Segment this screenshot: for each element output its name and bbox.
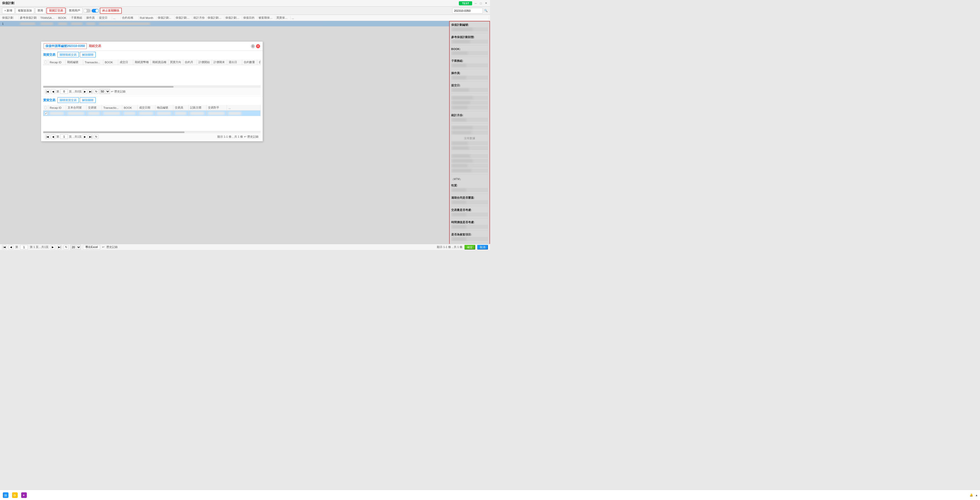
unlink-futures-button[interactable]: 解除關聯 (80, 52, 96, 58)
spot-history-icon[interactable]: ↩ (244, 135, 246, 138)
sth-contract: 文本合同號 (66, 105, 86, 110)
spot-book-val (122, 110, 138, 116)
col-header-direction: 買賣保方方向 (275, 16, 291, 20)
spot-header-checkbox[interactable] (45, 106, 46, 109)
ban-button[interactable]: 禁用 (35, 8, 45, 14)
page-total-label: 第 1 頁，共1頁 (30, 245, 48, 249)
futures-table-body (43, 65, 261, 86)
next-page-btn[interactable]: ▶ (51, 245, 55, 249)
search-input[interactable] (452, 8, 483, 14)
futures-next-page[interactable]: ▶ (83, 89, 87, 94)
futures-scrollbar-thumb (43, 86, 173, 88)
spot-row-checkbox[interactable]: ✓ (45, 112, 48, 115)
spot-refresh[interactable]: ↻ (94, 134, 99, 139)
spot-row-check[interactable]: ✓ (43, 110, 48, 116)
page-label: 第 (15, 245, 18, 249)
futures-page-size[interactable]: 50 20 100 (100, 89, 110, 94)
spot-table-row[interactable]: ✓ (43, 110, 261, 116)
link-futures-button[interactable]: 關聯期紙交易 (57, 52, 79, 58)
fth-direction: 買賣方向 (169, 59, 183, 65)
sth-transac: Transactio... (102, 105, 122, 110)
search-icon[interactable]: 🔍 (484, 9, 488, 13)
main-area: 1 保值計劃編號: 參考保值計劃狀態: (0, 21, 490, 244)
spot-section-title: 賣貨交易 (43, 98, 56, 102)
spot-show-info: 顯示 1-1 條，共 1 條 (218, 135, 243, 139)
popup-title: 保值申請單編號202310-0350 (44, 43, 87, 49)
col-header-ref: 參考保值計劃 (19, 16, 39, 20)
futures-first-page[interactable]: |◀ (45, 89, 50, 94)
futures-footer: |◀ ◀ 第 頁，共0頁 ▶ ▶| ↻ 50 20 100 ↩ 歷史記錄 (43, 88, 261, 95)
top-icons: ─ □ ✕ (474, 1, 488, 5)
spot-prev-page[interactable]: ◀ (51, 134, 56, 139)
futures-last-page[interactable]: ▶| (88, 89, 93, 94)
futures-prev-page[interactable]: ◀ (51, 89, 56, 94)
page-number-input[interactable] (20, 245, 28, 249)
spot-table-header: Recap ID 文本合同號 交易號 Transactio... BOOK 成交… (43, 105, 261, 110)
unlink-spot-button[interactable]: 解除關聯 (80, 97, 96, 103)
toggle-switch-1[interactable] (83, 9, 91, 13)
maximize-icon[interactable]: □ (479, 1, 483, 5)
fth-book: BOOK (103, 59, 118, 65)
toggle-switch-2[interactable] (92, 9, 99, 13)
col-header-plan4: 保值計劃數... (224, 16, 242, 20)
col-header-plan3: 保值計劃數... (175, 16, 192, 20)
prev-page-btn[interactable]: ◀ (9, 245, 13, 249)
spot-page-input[interactable] (60, 134, 68, 139)
spot-first-page[interactable]: |◀ (45, 134, 50, 139)
futures-refresh[interactable]: ↻ (94, 89, 99, 94)
export-excel-btn[interactable]: 導出Excel (83, 245, 100, 249)
first-page-btn[interactable]: |◀ (2, 245, 6, 249)
confirm-btn[interactable]: 確定 (465, 245, 475, 249)
spot-misc-val (227, 110, 261, 116)
history-icon-bottom[interactable]: ↩ (102, 245, 104, 249)
link-spot-button[interactable]: 關聯賣貨交易 (57, 97, 79, 103)
stop-button[interactable]: 終止套期關係 (100, 8, 122, 14)
futures-page-input[interactable] (60, 89, 68, 94)
header-checkbox[interactable] (45, 61, 46, 64)
sth-trade-date: 成交日期 (138, 105, 156, 110)
page-size-select[interactable]: 20 50 100 (70, 244, 81, 250)
spot-counter-val (207, 110, 227, 116)
futures-toolbar: 關聯期紙交易 解除關聯 (57, 52, 96, 58)
col-header-misc2: ... (291, 16, 489, 19)
spot-footer: |◀ ◀ 第 頁，共1頁 ▶ ▶| ↻ 顯示 1-1 條，共 1 條 ↩ 歷史記… (43, 133, 261, 140)
col-header-hedged: 被套期保值... (258, 16, 275, 20)
sth-counterparty: 交易對手 (207, 105, 227, 110)
cancel-btn[interactable]: 取消 (477, 245, 488, 249)
ban-user-toggle: 禁用用戶 (67, 8, 91, 14)
sth-goods-code: 物品編號 (156, 105, 173, 110)
futures-page-label: 第 (56, 89, 59, 93)
popup-close-area: ℹ ✕ (251, 44, 260, 48)
sth-trade-num: 交易號 (86, 105, 102, 110)
sth-trader: 交易員 (173, 105, 189, 110)
new-button[interactable]: + 新增 (2, 8, 14, 14)
popup-modal: 保值申請單編號202310-0350 期紙交易 ℹ ✕ 期貨交易 關聯期紙交易 … (41, 42, 263, 142)
periods-button[interactable]: 期貨訂交易 (46, 8, 65, 14)
close-icon[interactable]: ✕ (484, 1, 488, 5)
futures-history-icon[interactable]: ↩ (111, 90, 113, 93)
futures-scrollbar[interactable] (43, 86, 261, 88)
ban-user-button[interactable]: 禁用用戶 (67, 8, 83, 14)
spot-next-page[interactable]: ▶ (83, 134, 87, 139)
popup-info-icon[interactable]: ℹ (251, 44, 255, 48)
spot-transac-val (102, 110, 122, 116)
spot-entity-val (189, 110, 207, 116)
col-header-rollmonth: Roll Month (139, 16, 157, 19)
refresh-btn[interactable]: ↻ (64, 245, 68, 249)
futures-section: 期貨交易 關聯期紙交易 解除關聯 Recap ID 期紙編號 Transacti… (41, 51, 262, 96)
col-header-qty: 保值計劃數量 (207, 16, 224, 20)
spot-scrollbar[interactable] (43, 131, 261, 133)
last-page-btn[interactable]: ▶| (57, 245, 62, 249)
col-header-plan2: 保值計劃... (157, 16, 175, 20)
spot-last-page[interactable]: ▶| (88, 134, 93, 139)
fth-recap: Recap ID (48, 59, 66, 65)
popup-close-button[interactable]: ✕ (256, 44, 260, 48)
copy-button[interactable]: 複製並添加 (16, 8, 34, 14)
spot-scrollbar-thumb (43, 131, 185, 133)
spot-table-body: ✓ (43, 110, 261, 131)
minimize-icon[interactable]: ─ (474, 1, 478, 5)
spot-tradenum-val (86, 110, 102, 116)
fth-goods: 期紙貨品種 (151, 59, 169, 65)
col-header-contract: 合約名稱 (121, 16, 139, 20)
test-badge: TEST (459, 1, 472, 5)
